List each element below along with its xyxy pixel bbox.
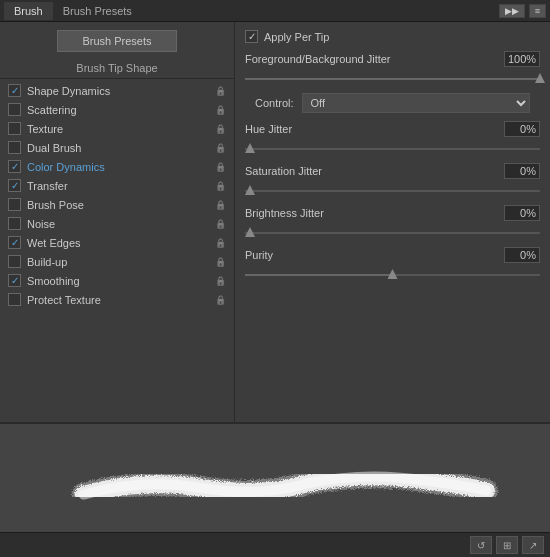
- left-panel: Brush Presets Brush Tip Shape Shape Dyna…: [0, 22, 235, 422]
- brush-item-wet-edges[interactable]: Wet Edges🔒: [0, 233, 234, 252]
- checkbox-protect-texture[interactable]: [8, 293, 21, 306]
- saturation-jitter-row: Saturation Jitter: [245, 163, 540, 179]
- hue-jitter-row: Hue Jitter: [245, 121, 540, 137]
- saturation-jitter-input[interactable]: [504, 163, 540, 179]
- checkbox-transfer[interactable]: [8, 179, 21, 192]
- purity-label: Purity: [245, 249, 504, 261]
- lock-icon-smoothing: 🔒: [215, 276, 226, 286]
- reset-button[interactable]: ↺: [470, 536, 492, 554]
- brush-item-protect-texture[interactable]: Protect Texture🔒: [0, 290, 234, 309]
- tab-brush-presets[interactable]: Brush Presets: [53, 2, 142, 20]
- lock-icon-texture: 🔒: [215, 124, 226, 134]
- brush-list: Shape Dynamics🔒Scattering🔒Texture🔒Dual B…: [0, 81, 234, 422]
- tab-actions: ▶▶ ≡: [499, 4, 546, 18]
- lock-icon-protect-texture: 🔒: [215, 295, 226, 305]
- apply-per-tip-label: Apply Per Tip: [264, 31, 329, 43]
- brightness-jitter-row: Brightness Jitter: [245, 205, 540, 221]
- brightness-jitter-slider[interactable]: [245, 227, 540, 239]
- checkbox-smoothing[interactable]: [8, 274, 21, 287]
- lock-icon-shape-dynamics: 🔒: [215, 86, 226, 96]
- bottom-toolbar: ↺ ⊞ ↗: [0, 532, 550, 557]
- lock-icon-build-up: 🔒: [215, 257, 226, 267]
- brush-item-brush-pose[interactable]: Brush Pose🔒: [0, 195, 234, 214]
- checkbox-noise[interactable]: [8, 217, 21, 230]
- checkbox-texture[interactable]: [8, 122, 21, 135]
- lock-icon-color-dynamics: 🔒: [215, 162, 226, 172]
- checkbox-build-up[interactable]: [8, 255, 21, 268]
- brush-item-color-dynamics[interactable]: Color Dynamics🔒: [0, 157, 234, 176]
- brush-item-texture[interactable]: Texture🔒: [0, 119, 234, 138]
- checkbox-color-dynamics[interactable]: [8, 160, 21, 173]
- purity-slider[interactable]: [245, 269, 540, 281]
- purity-fill: [245, 274, 393, 276]
- brush-item-build-up[interactable]: Build-up🔒: [0, 252, 234, 271]
- checkbox-brush-pose[interactable]: [8, 198, 21, 211]
- hue-jitter-track: [245, 148, 540, 150]
- lock-icon-scattering: 🔒: [215, 105, 226, 115]
- label-color-dynamics: Color Dynamics: [27, 161, 211, 173]
- main-layout: Brush Presets Brush Tip Shape Shape Dyna…: [0, 22, 550, 557]
- control-label: Control:: [255, 97, 294, 109]
- checkbox-dual-brush[interactable]: [8, 141, 21, 154]
- checkbox-scattering[interactable]: [8, 103, 21, 116]
- checkbox-wet-edges[interactable]: [8, 236, 21, 249]
- label-protect-texture: Protect Texture: [27, 294, 211, 306]
- hue-jitter-slider[interactable]: [245, 143, 540, 155]
- brightness-jitter-track: [245, 232, 540, 234]
- lock-icon-noise: 🔒: [215, 219, 226, 229]
- saturation-jitter-label: Saturation Jitter: [245, 165, 504, 177]
- brightness-jitter-input[interactable]: [504, 205, 540, 221]
- label-noise: Noise: [27, 218, 211, 230]
- fg-bg-jitter-row: Foreground/Background Jitter: [245, 51, 540, 67]
- label-transfer: Transfer: [27, 180, 211, 192]
- label-scattering: Scattering: [27, 104, 211, 116]
- lock-icon-brush-pose: 🔒: [215, 200, 226, 210]
- label-dual-brush: Dual Brush: [27, 142, 211, 154]
- brush-item-smoothing[interactable]: Smoothing🔒: [0, 271, 234, 290]
- control-select[interactable]: Off Fade Pen Pressure Pen Tilt Stylus Wh…: [302, 93, 530, 113]
- brush-tip-shape-header: Brush Tip Shape: [0, 60, 234, 79]
- apply-per-tip-checkbox[interactable]: [245, 30, 258, 43]
- label-wet-edges: Wet Edges: [27, 237, 211, 249]
- brush-item-noise[interactable]: Noise🔒: [0, 214, 234, 233]
- tab-brush[interactable]: Brush: [4, 2, 53, 20]
- purity-input[interactable]: [504, 247, 540, 263]
- right-panel: Apply Per Tip Foreground/Background Jitt…: [235, 22, 550, 422]
- expand-panels-button[interactable]: ▶▶: [499, 4, 525, 18]
- saturation-jitter-slider[interactable]: [245, 185, 540, 197]
- brush-presets-button[interactable]: Brush Presets: [57, 30, 177, 52]
- brightness-jitter-label: Brightness Jitter: [245, 207, 504, 219]
- fg-bg-jitter-input[interactable]: [504, 51, 540, 67]
- brush-stroke-preview: [0, 424, 550, 532]
- label-shape-dynamics: Shape Dynamics: [27, 85, 211, 97]
- fg-bg-jitter-slider[interactable]: [245, 73, 540, 85]
- brush-item-dual-brush[interactable]: Dual Brush🔒: [0, 138, 234, 157]
- hue-jitter-label: Hue Jitter: [245, 123, 504, 135]
- export-button[interactable]: ↗: [522, 536, 544, 554]
- lock-icon-dual-brush: 🔒: [215, 143, 226, 153]
- brush-preview-panel: [0, 422, 550, 532]
- fg-bg-jitter-label: Foreground/Background Jitter: [245, 53, 504, 65]
- purity-row: Purity: [245, 247, 540, 263]
- checkbox-shape-dynamics[interactable]: [8, 84, 21, 97]
- saturation-jitter-track: [245, 190, 540, 192]
- control-row: Control: Off Fade Pen Pressure Pen Tilt …: [245, 93, 540, 113]
- label-smoothing: Smoothing: [27, 275, 211, 287]
- fg-bg-jitter-fill: [245, 78, 540, 80]
- label-texture: Texture: [27, 123, 211, 135]
- label-brush-pose: Brush Pose: [27, 199, 211, 211]
- brush-item-transfer[interactable]: Transfer🔒: [0, 176, 234, 195]
- panel-menu-button[interactable]: ≡: [529, 4, 546, 18]
- lock-icon-wet-edges: 🔒: [215, 238, 226, 248]
- lock-icon-transfer: 🔒: [215, 181, 226, 191]
- panels: Brush Presets Brush Tip Shape Shape Dyna…: [0, 22, 550, 422]
- fg-bg-jitter-track: [245, 78, 540, 80]
- tab-bar: Brush Brush Presets ▶▶ ≡: [0, 0, 550, 22]
- label-build-up: Build-up: [27, 256, 211, 268]
- hue-jitter-input[interactable]: [504, 121, 540, 137]
- brush-item-scattering[interactable]: Scattering🔒: [0, 100, 234, 119]
- grid-button[interactable]: ⊞: [496, 536, 518, 554]
- brush-item-shape-dynamics[interactable]: Shape Dynamics🔒: [0, 81, 234, 100]
- apply-per-tip-row: Apply Per Tip: [245, 30, 540, 43]
